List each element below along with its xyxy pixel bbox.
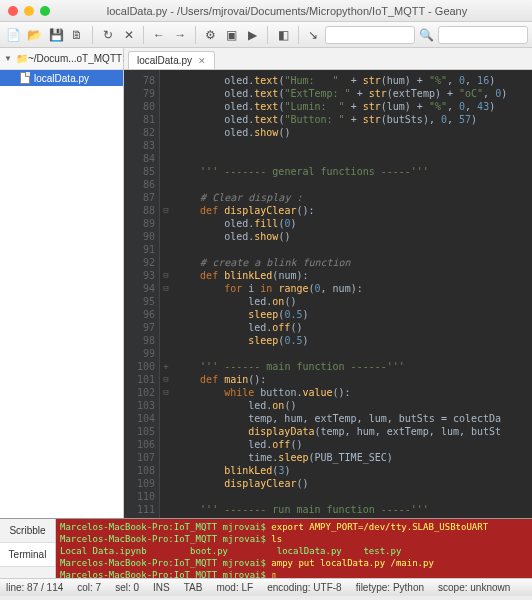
status-col: col: 7: [77, 582, 101, 593]
save-all-icon[interactable]: 🗎: [68, 25, 87, 45]
search-icon[interactable]: 🔍: [417, 25, 436, 45]
status-enc: encoding: UTF-8: [267, 582, 341, 593]
status-tab: TAB: [184, 582, 203, 593]
terminal-body[interactable]: Marcelos-MacBook-Pro:IoT_MQTT mjrovai$ e…: [56, 519, 532, 578]
status-sel: sel: 0: [115, 582, 139, 593]
file-icon: [20, 72, 30, 84]
new-file-icon[interactable]: 📄: [4, 25, 23, 45]
bottom-panel: Scribble Terminal Marcelos-MacBook-Pro:I…: [0, 518, 532, 578]
status-scope: scope: unknown: [438, 582, 510, 593]
editor-tab-label: localData.py: [137, 55, 192, 66]
statusbar: line: 87 / 114 col: 7 sel: 0 INS TAB mod…: [0, 578, 532, 596]
editor-tab[interactable]: localData.py ✕: [128, 51, 215, 69]
status-filetype: filetype: Python: [356, 582, 424, 593]
close-window-button[interactable]: [8, 6, 18, 16]
sidebar-file-item[interactable]: localData.py: [0, 70, 123, 86]
build-icon[interactable]: ▣: [222, 25, 241, 45]
scribble-tab[interactable]: Scribble: [0, 519, 55, 543]
tab-close-icon[interactable]: ✕: [198, 56, 206, 66]
editor-area: localData.py ✕ 7879808182838485868788899…: [124, 48, 532, 518]
open-file-icon[interactable]: 📂: [25, 25, 44, 45]
sidebar-file-label: localData.py: [34, 73, 89, 84]
code-editor[interactable]: 7879808182838485868788899091929394959697…: [124, 70, 532, 518]
run-icon[interactable]: ▶: [243, 25, 262, 45]
terminal-tab[interactable]: Terminal: [0, 543, 55, 567]
status-ins: INS: [153, 582, 170, 593]
sidebar: ▼ 📁 ~/Docum...oT_MQTT ✕ localData.py: [0, 48, 124, 518]
chevron-down-icon: ▼: [4, 54, 12, 63]
sidebar-folder[interactable]: ▼ 📁 ~/Docum...oT_MQTT ✕: [0, 48, 123, 70]
toolbar: 📄 📂 💾 🗎 ↻ ✕ ← → ⚙ ▣ ▶ ◧ ↘ 🔍: [0, 22, 532, 48]
status-mod: mod: LF: [216, 582, 253, 593]
sidebar-folder-label: ~/Docum...oT_MQTT: [28, 53, 122, 64]
search-input[interactable]: [438, 26, 528, 44]
bottom-tabs: Scribble Terminal: [0, 519, 56, 578]
reload-icon[interactable]: ↻: [98, 25, 117, 45]
goto-input[interactable]: [325, 26, 415, 44]
nav-back-icon[interactable]: ←: [149, 25, 168, 45]
fold-gutter[interactable]: ⊟⊟⊟+⊟⊟: [160, 70, 172, 518]
goto-line-icon[interactable]: ↘: [304, 25, 323, 45]
folder-icon: 📁: [16, 53, 28, 64]
code-body[interactable]: oled.text("Hum: " + str(hum) + "%", 0, 1…: [172, 70, 532, 518]
line-gutter: 7879808182838485868788899091929394959697…: [124, 70, 160, 518]
compile-icon[interactable]: ⚙: [201, 25, 220, 45]
save-icon[interactable]: 💾: [46, 25, 65, 45]
close-file-icon[interactable]: ✕: [119, 25, 138, 45]
minimize-window-button[interactable]: [24, 6, 34, 16]
window-titlebar: localData.py - /Users/mjrovai/Documents/…: [0, 0, 532, 22]
editor-tabbar: localData.py ✕: [124, 48, 532, 70]
maximize-window-button[interactable]: [40, 6, 50, 16]
color-picker-icon[interactable]: ◧: [273, 25, 292, 45]
nav-forward-icon[interactable]: →: [171, 25, 190, 45]
status-line: line: 87 / 114: [6, 582, 63, 593]
window-title: localData.py - /Users/mjrovai/Documents/…: [50, 5, 524, 17]
